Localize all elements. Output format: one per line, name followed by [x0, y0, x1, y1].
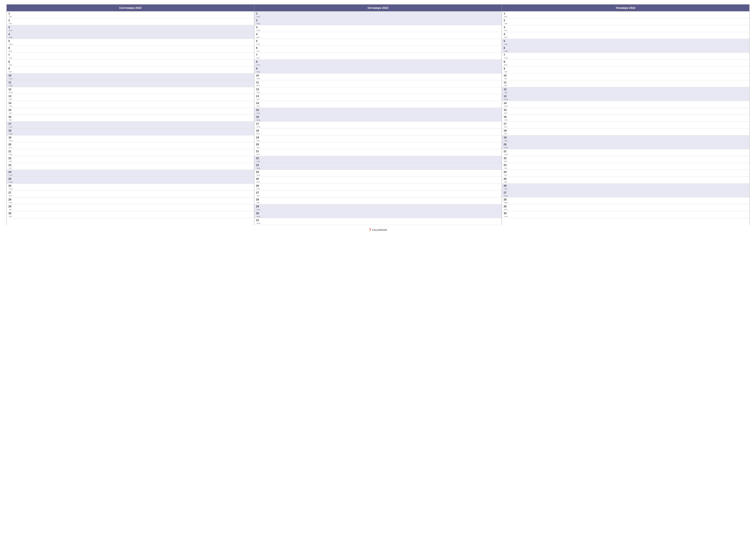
day-number: 21: [504, 150, 508, 153]
day-content: 27ВТО: [9, 191, 13, 197]
day-number: 9: [9, 67, 13, 70]
day-row: 8САБ: [254, 60, 502, 66]
day-name: ПОН: [9, 139, 13, 142]
day-name: ПОН: [504, 56, 508, 59]
day-content: 7ПОН: [504, 53, 508, 59]
day-name: ВТО: [9, 50, 13, 52]
day-content: 13НЕД: [504, 94, 508, 100]
day-content: 22САБ: [256, 157, 260, 162]
day-content: 1ВТО: [504, 12, 508, 18]
day-number: 11: [256, 81, 260, 84]
day-row: 22ЧЕТ: [7, 156, 254, 163]
day-row: 30НЕД: [254, 211, 502, 218]
day-number: 7: [256, 53, 260, 56]
day-name: НЕД: [9, 36, 13, 38]
day-number: 22: [504, 157, 508, 160]
day-name: СРЕ: [256, 91, 260, 93]
day-row: 22САБ: [254, 156, 502, 163]
day-number: 24: [256, 170, 260, 173]
day-row: 13ЧЕТ: [254, 94, 502, 101]
day-row: 18ПЕТ: [502, 129, 749, 136]
day-row: 10ЧЕТ: [502, 73, 749, 80]
day-number: 3: [9, 26, 13, 29]
day-number: 17: [256, 122, 260, 125]
day-row: 27ВТО: [7, 191, 254, 197]
day-content: 10ЧЕТ: [504, 74, 508, 80]
day-number: 15: [504, 108, 508, 112]
day-row: 15ЧЕТ: [7, 108, 254, 115]
day-name: СРЕ: [504, 70, 508, 73]
day-number: 13: [256, 94, 260, 98]
day-content: 20НЕД: [504, 143, 508, 149]
day-number: 15: [9, 108, 13, 112]
day-number: 20: [9, 143, 13, 146]
day-row: 15ВТО: [502, 108, 749, 115]
day-row: 19САБ: [502, 136, 749, 142]
day-row: 21СРЕ: [7, 149, 254, 156]
day-number: 10: [9, 74, 13, 77]
day-row: 6ЧЕТ: [254, 46, 502, 53]
day-row: 28ПОН: [502, 197, 749, 204]
day-number: 19: [9, 136, 13, 139]
day-name: ПЕТ: [256, 105, 260, 107]
day-name: ПОН: [256, 222, 260, 224]
day-name: ВТО: [9, 146, 13, 149]
day-name: СРЕ: [9, 153, 13, 156]
day-name: ПЕТ: [256, 201, 260, 204]
day-row: 22ВТО: [502, 156, 749, 163]
day-name: ПЕТ: [9, 70, 13, 73]
day-name: САБ: [9, 173, 13, 176]
day-row: 26ПОН: [7, 184, 254, 191]
day-name: ЧЕТ: [9, 63, 13, 66]
day-row: 9СРЕ: [502, 66, 749, 73]
day-row: 30СРЕ: [502, 211, 749, 218]
day-content: 9НЕД: [256, 67, 260, 73]
day-name: ПЕТ: [256, 153, 260, 156]
day-content: 8ВТО: [504, 60, 508, 66]
day-name: НЕД: [9, 84, 13, 87]
day-name: ПЕТ: [9, 22, 13, 25]
day-number: 17: [504, 122, 508, 125]
day-content: 3ПОН: [256, 26, 260, 32]
day-number: 24: [9, 170, 13, 173]
footer-logo: 7 CALENDAR: [369, 228, 387, 232]
day-name: ЧЕТ: [256, 50, 260, 52]
day-name: САБ: [9, 77, 13, 80]
day-name: ВТО: [9, 194, 13, 197]
day-row: 4НЕД: [7, 32, 254, 39]
day-row: 17ЧЕТ: [502, 122, 749, 129]
day-content: 19СРЕ: [256, 136, 260, 142]
day-name: САБ: [504, 91, 508, 93]
day-name: ПОН: [9, 91, 13, 93]
day-name: ПЕТ: [504, 36, 508, 38]
day-content: 11НЕД: [9, 81, 13, 87]
day-content: 26ПОН: [9, 184, 13, 190]
month-header-september: Септември 2022: [7, 5, 254, 12]
day-row: 8ЧЕТ: [7, 60, 254, 66]
day-row: 26САБ: [502, 184, 749, 191]
day-row: 9ПЕТ: [7, 66, 254, 73]
day-number: 14: [256, 101, 260, 105]
day-number: 27: [504, 191, 508, 194]
day-content: 20ЧЕТ: [256, 143, 260, 149]
day-content: 7СРЕ: [9, 53, 13, 59]
day-name: ПЕТ: [256, 56, 260, 59]
day-content: 24САБ: [9, 170, 13, 176]
day-number: 13: [9, 94, 13, 98]
day-name: СРЕ: [504, 118, 508, 121]
day-name: ВТО: [256, 84, 260, 87]
day-content: 2СРЕ: [504, 19, 508, 25]
day-row: 8ВТО: [502, 60, 749, 66]
day-row: 1ЧЕТ: [7, 12, 254, 18]
day-number: 30: [9, 212, 13, 215]
day-name: САБ: [9, 125, 13, 128]
day-row: 9НЕД: [254, 66, 502, 73]
day-number: 3: [504, 26, 508, 29]
day-content: 23ПЕТ: [9, 164, 13, 169]
day-content: 23СРЕ: [504, 164, 508, 169]
day-row: 12СРЕ: [254, 87, 502, 94]
day-row: 12САБ: [502, 87, 749, 94]
day-row: 5СРЕ: [254, 39, 502, 46]
day-row: 20ЧЕТ: [254, 142, 502, 149]
day-name: ПОН: [9, 187, 13, 190]
